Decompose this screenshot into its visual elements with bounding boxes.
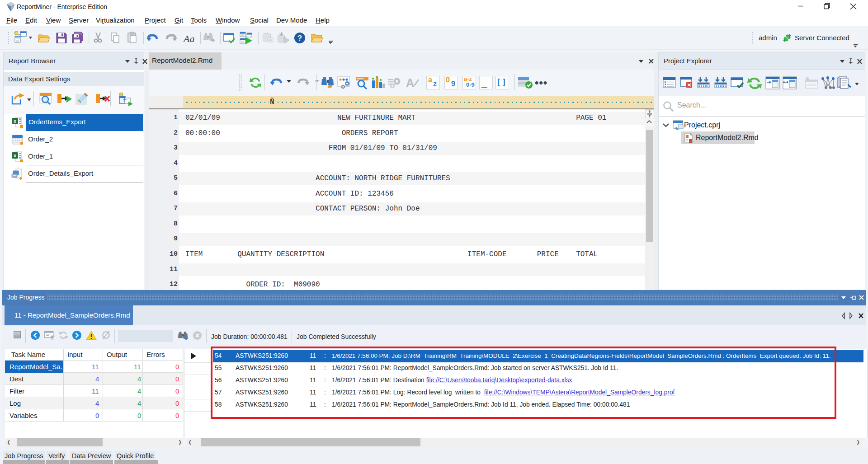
svg-text:x: x xyxy=(14,118,17,124)
svg-text:x: x xyxy=(14,153,17,158)
svg-text:?: ? xyxy=(297,34,302,42)
svg-text:A: A xyxy=(406,76,414,89)
